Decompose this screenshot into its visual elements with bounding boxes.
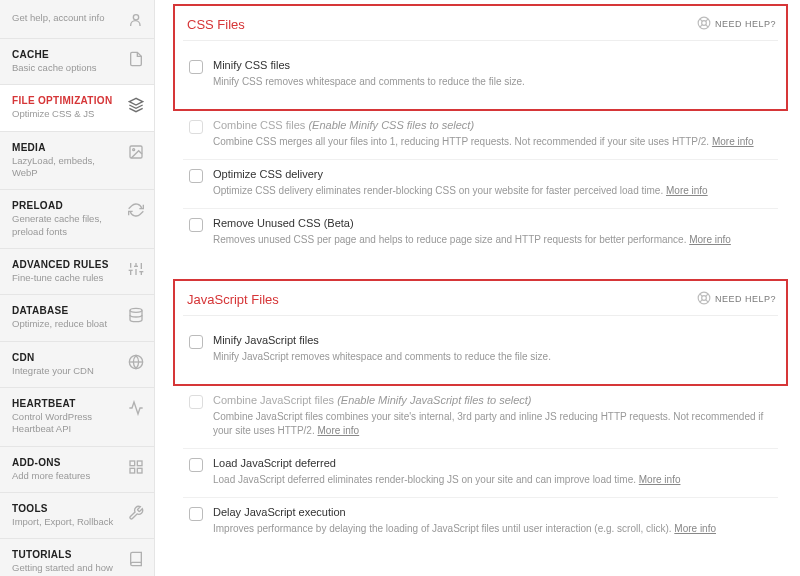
option-row: Minify CSS filesMinify CSS removes white… (183, 51, 778, 99)
option-row: Combine CSS files (Enable Minify CSS fil… (183, 111, 778, 160)
section: CSS FilesNEED HELP?Minify CSS filesMinif… (173, 4, 788, 257)
sidebar-item-file-optimization[interactable]: FILE OPTIMIZATIONOptimize CSS & JS (0, 85, 154, 131)
svg-line-30 (706, 294, 708, 296)
sidebar-item-database[interactable]: DATABASEOptimize, reduce bloat (0, 295, 154, 341)
more-info-link[interactable]: More info (639, 474, 681, 485)
user-icon (128, 12, 144, 28)
heart-icon (128, 400, 144, 416)
sidebar-item-sub: Import, Export, Rollback (12, 516, 122, 528)
sidebar-item-title: ADD-ONS (12, 457, 122, 468)
svg-rect-17 (137, 461, 142, 466)
more-info-link[interactable]: More info (674, 523, 716, 534)
checkbox[interactable] (189, 507, 203, 521)
checkbox[interactable] (189, 218, 203, 232)
sidebar-item-account[interactable]: Get help, account info (0, 0, 154, 39)
option-title: Minify CSS files (213, 59, 772, 71)
svg-line-22 (700, 19, 702, 21)
option-title: Combine JavaScript files (Enable Minify … (213, 394, 772, 406)
sidebar-item-tools[interactable]: TOOLSImport, Export, Rollback (0, 493, 154, 539)
svg-line-28 (700, 294, 702, 296)
option-row: Delay JavaScript executionImproves perfo… (183, 498, 778, 546)
sidebar-item-media[interactable]: MEDIALazyLoad, embeds, WebP (0, 132, 154, 191)
option-title: Load JavaScript deferred (213, 457, 772, 469)
sidebar-item-tutorials[interactable]: TUTORIALSGetting started and how to vide… (0, 539, 154, 576)
option-desc: Combine CSS merges all your files into 1… (213, 135, 772, 149)
option-title: Remove Unused CSS (Beta) (213, 217, 772, 229)
db-icon (128, 307, 144, 323)
checkbox (189, 395, 203, 409)
sidebar-item-title: PRELOAD (12, 200, 122, 211)
book-icon (128, 551, 144, 567)
sidebar-item-title: CDN (12, 352, 122, 363)
sidebar-item-preload[interactable]: PRELOADGenerate cache files, preload fon… (0, 190, 154, 249)
more-info-link[interactable]: More info (689, 234, 731, 245)
sidebar-item-title: CACHE (12, 49, 122, 60)
option-title: Minify JavaScript files (213, 334, 772, 346)
more-info-link[interactable]: More info (712, 136, 754, 147)
svg-point-21 (702, 21, 707, 26)
sidebar-item-cdn[interactable]: CDNIntegrate your CDN (0, 342, 154, 388)
sidebar-item-sub: LazyLoad, embeds, WebP (12, 155, 122, 180)
svg-line-23 (706, 25, 708, 27)
sliders-icon (128, 261, 144, 277)
svg-line-29 (706, 300, 708, 302)
option-desc: Improves performance by delaying the loa… (213, 522, 772, 536)
sidebar-item-title: HEARTBEAT (12, 398, 122, 409)
sidebar-item-heartbeat[interactable]: HEARTBEATControl WordPress Heartbeat API (0, 388, 154, 447)
layers-icon (128, 97, 144, 113)
addon-icon (128, 459, 144, 475)
svg-point-27 (702, 296, 707, 301)
highlighted-box: CSS FilesNEED HELP?Minify CSS filesMinif… (173, 4, 788, 111)
option-desc: Removes unused CSS per page and helps to… (213, 233, 772, 247)
svg-marker-1 (129, 99, 142, 106)
option-row: Combine JavaScript files (Enable Minify … (183, 386, 778, 449)
option-desc: Minify JavaScript removes whitespace and… (213, 350, 772, 364)
sidebar-item-sub: Fine-tune cache rules (12, 272, 122, 284)
sidebar-item-sub: Getting started and how to videos (12, 562, 122, 576)
more-info-link[interactable]: More info (666, 185, 708, 196)
option-row: Remove Unused CSS (Beta)Removes unused C… (183, 209, 778, 257)
need-help-link[interactable]: NEED HELP? (697, 291, 776, 307)
svg-rect-16 (130, 461, 135, 466)
help-icon (697, 291, 711, 307)
main-content: CSS FilesNEED HELP?Minify CSS filesMinif… (155, 0, 800, 576)
checkbox[interactable] (189, 335, 203, 349)
sidebar-item-add-ons[interactable]: ADD-ONSAdd more features (0, 447, 154, 493)
sidebar-item-title: MEDIA (12, 142, 122, 153)
sidebar-item-cache[interactable]: CACHEBasic cache options (0, 39, 154, 85)
sidebar-item-sub: Get help, account info (12, 12, 122, 24)
sidebar-item-title: ADVANCED RULES (12, 259, 122, 270)
sidebar-item-advanced-rules[interactable]: ADVANCED RULESFine-tune cache rules (0, 249, 154, 295)
sidebar-item-title: TUTORIALS (12, 549, 122, 560)
svg-rect-19 (130, 468, 135, 473)
sidebar: Get help, account infoCACHEBasic cache o… (0, 0, 155, 576)
more-info-link[interactable]: More info (317, 425, 359, 436)
option-desc: Combine JavaScript files combines your s… (213, 410, 772, 438)
refresh-icon (128, 202, 144, 218)
sidebar-item-title: FILE OPTIMIZATION (12, 95, 122, 106)
svg-line-31 (700, 300, 702, 302)
section: JavaScript FilesNEED HELP?Minify JavaScr… (173, 279, 788, 546)
checkbox[interactable] (189, 60, 203, 74)
sidebar-item-sub: Basic cache options (12, 62, 122, 74)
need-help-link[interactable]: NEED HELP? (697, 16, 776, 32)
svg-line-25 (700, 25, 702, 27)
option-desc: Load JavaScript deferred eliminates rend… (213, 473, 772, 487)
sidebar-item-sub: Add more features (12, 470, 122, 482)
sidebar-item-sub: Control WordPress Heartbeat API (12, 411, 122, 436)
checkbox (189, 120, 203, 134)
option-row: Optimize CSS deliveryOptimize CSS delive… (183, 160, 778, 209)
option-title: Optimize CSS delivery (213, 168, 772, 180)
option-row: Minify JavaScript filesMinify JavaScript… (183, 326, 778, 374)
section-title: CSS Files (187, 17, 245, 32)
sidebar-item-title: DATABASE (12, 305, 122, 316)
option-desc: Minify CSS removes whitespace and commen… (213, 75, 772, 89)
sidebar-item-sub: Optimize, reduce bloat (12, 318, 122, 330)
checkbox[interactable] (189, 458, 203, 472)
sidebar-item-title: TOOLS (12, 503, 122, 514)
option-desc: Optimize CSS delivery eliminates render-… (213, 184, 772, 198)
image-icon (128, 144, 144, 160)
option-row: Load JavaScript deferredLoad JavaScript … (183, 449, 778, 498)
checkbox[interactable] (189, 169, 203, 183)
highlighted-box: JavaScript FilesNEED HELP?Minify JavaScr… (173, 279, 788, 386)
